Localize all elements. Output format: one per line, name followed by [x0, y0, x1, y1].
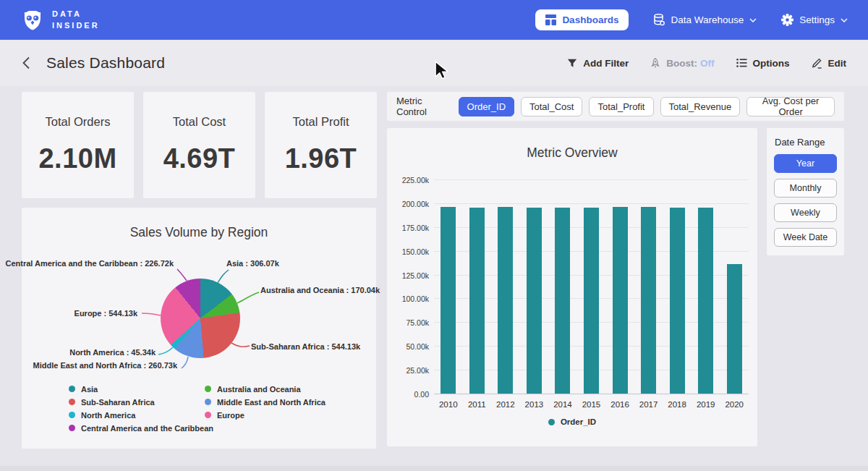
- metric-chip-avg-cost-per-order[interactable]: Avg. Cost per Order: [746, 97, 835, 116]
- pie-callout-sub-saharan-africa: Sub-Saharan Africa : 544.13k: [251, 342, 360, 351]
- list-options-icon: [736, 58, 747, 68]
- pie-legend-column-2: Australia and Oceania Middle East and No…: [205, 383, 326, 423]
- pie-callout-north-america: North America : 45.34k: [69, 348, 156, 357]
- add-filter-button[interactable]: Add Filter: [567, 58, 629, 69]
- y-axis-tick-label: 150.00k: [393, 247, 429, 256]
- edit-button[interactable]: Edit: [812, 58, 847, 69]
- brand-text: DATA INSIDER: [52, 9, 100, 32]
- bar-2013[interactable]: [527, 208, 542, 394]
- legend-item-sub-saharan-africa[interactable]: Sub-Saharan Africa: [69, 396, 213, 407]
- bar-2016[interactable]: [613, 207, 628, 394]
- y-axis-tick-label: 0.00: [393, 390, 429, 399]
- legend-dot: [205, 412, 211, 418]
- bar-2011[interactable]: [469, 208, 485, 394]
- edit-label: Edit: [828, 58, 847, 69]
- legend-item-central-america-caribbean[interactable]: Central America and the Caribbean: [69, 423, 213, 433]
- pie-chart-title: Sales Volume by Region: [22, 208, 376, 240]
- nav-dashboards-button[interactable]: Dashboards: [535, 9, 629, 30]
- database-icon: [653, 14, 665, 26]
- bar-2012[interactable]: [498, 207, 513, 394]
- x-axis-tick-label: 2018: [663, 400, 692, 409]
- legend-item-middle-east-north-africa[interactable]: Middle East and North Africa: [205, 396, 326, 407]
- legend-item-europe[interactable]: Europe: [205, 410, 326, 420]
- pie-callout-europe: Europe : 544.13k: [75, 309, 137, 318]
- legend-item-north-america[interactable]: North America: [69, 410, 213, 420]
- bar-2018[interactable]: [670, 208, 685, 394]
- bottom-strip: [0, 466, 868, 471]
- options-button[interactable]: Options: [736, 58, 790, 69]
- bar-chart-card: Metric Overview 225.00k200.00k175.00k150…: [387, 128, 757, 446]
- x-axis-tick-label: 2011: [463, 400, 492, 409]
- boost-label: Boost:: [666, 58, 697, 69]
- chevron-down-icon: [841, 18, 848, 22]
- filter-funnel-icon: [567, 59, 577, 68]
- gridline: [434, 394, 749, 394]
- gridline: [434, 203, 749, 204]
- pie-chart-card: Sales Volume by Region Asia : 306.07k Au…: [22, 208, 376, 449]
- x-axis-tick-label: 2010: [434, 400, 463, 409]
- add-filter-label: Add Filter: [583, 58, 629, 69]
- metric-chip-total-revenue[interactable]: Total_Revenue: [660, 97, 741, 116]
- x-axis-tick-label: 2019: [692, 400, 720, 409]
- bar-2020[interactable]: [727, 264, 742, 394]
- dashboards-grid-icon: [545, 14, 556, 25]
- metric-chip-order-id[interactable]: Order_ID: [459, 97, 514, 116]
- boost-toggle[interactable]: Boost: Off: [650, 58, 714, 69]
- x-axis-tick-label: 2013: [520, 400, 549, 409]
- page-title: Sales Dashboard: [46, 54, 165, 72]
- x-axis-tick-label: 2020: [720, 400, 749, 409]
- legend-dot: [69, 399, 75, 405]
- bar-2014[interactable]: [555, 208, 570, 394]
- owl-logo-icon: [22, 9, 43, 32]
- x-axis-tick-label: 2017: [634, 400, 663, 409]
- kpi-value: 4.69T: [143, 143, 255, 174]
- y-axis-tick-label: 175.00k: [393, 224, 429, 232]
- x-axis-tick-label: 2012: [491, 400, 520, 409]
- chevron-down-icon: [749, 18, 757, 22]
- bar-2010[interactable]: [441, 207, 456, 394]
- kpi-card-total-orders: Total Orders 2.10M: [22, 92, 134, 198]
- bar-chart-x-axis: 2010201120122013201420152016201720182019…: [434, 400, 749, 410]
- legend-dot: [69, 386, 75, 392]
- date-range-title: Date Range: [775, 137, 837, 148]
- dashboards-label: Dashboards: [562, 14, 618, 25]
- date-range-weekly-button[interactable]: Weekly: [774, 203, 837, 222]
- brand-logo[interactable]: DATA INSIDER: [22, 9, 100, 32]
- nav-data-warehouse-menu[interactable]: Data Warehouse: [653, 14, 757, 26]
- bar-chart-legend[interactable]: Order_ID: [387, 417, 757, 426]
- settings-label: Settings: [799, 14, 835, 25]
- pie-chart[interactable]: [161, 279, 240, 358]
- chevron-left-icon: [22, 56, 30, 69]
- gridline: [434, 179, 749, 180]
- pie-legend-column-1: Asia Sub-Saharan Africa North America Ce…: [69, 383, 213, 436]
- bar-chart-title: Metric Overview: [387, 128, 757, 161]
- legend-dot: [205, 399, 211, 405]
- date-range-week-date-button[interactable]: Week Date: [774, 228, 837, 247]
- pie-callout-middle-east-north-africa: Middle East and North Africa : 260.73k: [33, 361, 177, 370]
- bar-chart-plot-area: [434, 179, 749, 394]
- bar-2015[interactable]: [584, 208, 599, 394]
- date-range-panel: Date Range Year Monthly Weekly Week Date: [767, 128, 844, 255]
- date-range-year-button[interactable]: Year: [774, 154, 837, 173]
- back-button[interactable]: [22, 56, 30, 69]
- top-navbar: DATA INSIDER Dashboards Data Warehouse: [0, 0, 868, 40]
- legend-item-asia[interactable]: Asia: [69, 383, 213, 394]
- legend-item-australia-oceania[interactable]: Australia and Oceania: [205, 383, 326, 394]
- metric-control-label: Metric Control: [396, 96, 446, 117]
- kpi-card-total-cost: Total Cost 4.69T: [143, 92, 255, 198]
- page-header: Sales Dashboard Add Filter Boost: Off: [0, 40, 868, 86]
- boost-value: Off: [700, 58, 715, 69]
- kpi-label: Total Profit: [265, 115, 377, 129]
- date-range-monthly-button[interactable]: Monthly: [774, 179, 837, 198]
- metric-chip-total-cost[interactable]: Total_Cost: [521, 97, 582, 116]
- nav-settings-menu[interactable]: Settings: [781, 14, 848, 26]
- pie-callout-central-america-caribbean: Central America and the Caribbean : 226.…: [5, 259, 174, 268]
- bar-2019[interactable]: [698, 208, 713, 394]
- rocket-icon: [650, 58, 660, 69]
- bar-2017[interactable]: [641, 207, 656, 394]
- pencil-edit-icon: [812, 58, 822, 69]
- x-axis-tick-label: 2016: [605, 400, 634, 409]
- y-axis-tick-label: 200.00k: [393, 200, 429, 208]
- metric-chip-total-profit[interactable]: Total_Profit: [589, 97, 653, 116]
- legend-dot: [69, 412, 75, 418]
